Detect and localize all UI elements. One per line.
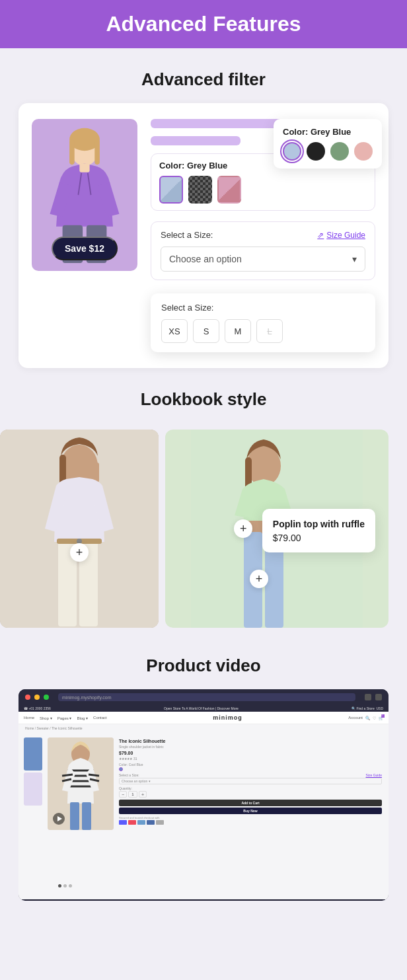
size-btn-s[interactable]: S xyxy=(193,319,219,343)
circle-swatch-black[interactable] xyxy=(307,142,325,161)
size-btn-l[interactable]: L xyxy=(256,319,283,343)
svg-line-31 xyxy=(62,774,73,776)
svg-rect-36 xyxy=(82,802,91,830)
size-label: Select a Size: xyxy=(161,230,213,240)
account-link: Account xyxy=(348,716,363,720)
review-count: 31 xyxy=(133,757,137,761)
size-dropdown[interactable]: Choose an option ▾ xyxy=(161,246,365,272)
browser-url-bar: minimog.myshopify.com xyxy=(58,693,355,701)
search-icon-mini: 🔍 xyxy=(365,716,370,720)
pd-color-dot xyxy=(119,767,123,771)
svg-rect-3 xyxy=(94,139,100,165)
size-guide-link[interactable]: ⇗ Size Guide xyxy=(317,231,365,240)
product-details-mini: The Iconic Silhouette Single shoulder ja… xyxy=(118,737,383,894)
pd-desc: Single shoulder jacket in fabric xyxy=(119,745,382,749)
pd-qty-label: Quantity: xyxy=(119,786,382,790)
payment-other xyxy=(156,820,164,825)
product-thumbnails xyxy=(24,737,44,894)
nav-blog: Blog ▾ xyxy=(77,716,88,720)
pd-size-guide: Size Guide xyxy=(366,773,382,777)
pd-size-dropdown[interactable]: Choose an option ▾ xyxy=(119,778,382,784)
browser-dot-green xyxy=(44,695,49,700)
store-currency: 🔍 Find a Store USD xyxy=(352,706,383,710)
swatch-plaid[interactable] xyxy=(188,176,212,204)
product-area: The Iconic Silhouette Single shoulder ja… xyxy=(18,732,388,899)
qty-minus-btn[interactable]: − xyxy=(119,791,127,798)
circle-swatches xyxy=(283,142,373,161)
size-btn-xs[interactable]: XS xyxy=(161,319,188,343)
nav-links: Home Shop ▾ Pages ▾ Blog ▾ Contact xyxy=(24,716,107,720)
swatch-blue[interactable] xyxy=(159,176,183,204)
circle-swatch-blue[interactable] xyxy=(283,142,301,161)
browser-action-1 xyxy=(365,694,371,700)
heart-icon-mini: ♡ xyxy=(373,716,376,720)
browser-dot-red xyxy=(25,695,30,700)
lookbook-plus-right[interactable]: + xyxy=(234,519,252,538)
circle-swatch-green[interactable] xyxy=(330,142,349,161)
nav-home: Home xyxy=(24,716,34,720)
browser-bar: minimog.myshopify.com xyxy=(18,689,388,705)
color-swatches xyxy=(159,176,367,204)
browser-actions xyxy=(365,694,382,700)
section-title-lookbook: Lookbook style xyxy=(0,389,407,410)
lookbook-plus-right-2[interactable]: + xyxy=(250,570,268,588)
section-title-video: Product video xyxy=(0,656,407,676)
url-text: minimog.myshopify.com xyxy=(62,695,112,700)
store-tagline: Open Store To A World Of Fashion | Disco… xyxy=(164,706,239,710)
breadcrumb: Home / Sweater / The Iconic Silhouette xyxy=(18,724,388,732)
qty-value: 1 xyxy=(128,791,137,798)
pd-price: $79.00 xyxy=(119,751,382,755)
model-left-svg xyxy=(0,430,159,628)
tooltip-product-price: $79.00 xyxy=(273,533,365,543)
store-banner: ☎ +01 2000 2356 Open Store To A World Of… xyxy=(18,705,388,712)
dot-1 xyxy=(58,884,61,887)
video-mockup: minimog.myshopify.com ☎ +01 2000 2356 Op… xyxy=(18,689,388,901)
save-badge[interactable]: Save $12 xyxy=(52,237,118,260)
thumb-1 xyxy=(24,737,42,771)
size-buttons: XS S M L xyxy=(161,319,365,343)
svg-line-33 xyxy=(89,774,99,776)
svg-rect-35 xyxy=(70,802,79,830)
advanced-filter-section: Advanced filter xyxy=(0,69,407,368)
color-picker-overlay: Color: Grey Blue xyxy=(274,119,382,169)
dot-2 xyxy=(63,884,67,887)
link-icon: ⇗ xyxy=(317,231,324,240)
size-selector-overlay: Select a Size: XS S M L xyxy=(151,293,375,352)
chevron-down-icon: ▾ xyxy=(352,254,357,264)
pd-color-label: Color: Cool Blue xyxy=(119,763,382,767)
skeleton-bar-2 xyxy=(151,136,240,145)
payment-pp xyxy=(147,820,155,825)
payment-icons xyxy=(119,820,382,825)
nav-shop: Shop ▾ xyxy=(40,716,52,720)
play-button[interactable] xyxy=(53,813,65,825)
svg-rect-6 xyxy=(79,163,89,172)
lookbook-plus-left[interactable]: + xyxy=(70,543,89,562)
stars: ★★★★★ xyxy=(119,757,132,761)
qty-plus-btn[interactable]: + xyxy=(139,791,147,798)
dots-row xyxy=(58,884,72,887)
swatch-pink[interactable] xyxy=(217,176,241,204)
size-header: Select a Size: ⇗ Size Guide xyxy=(161,230,365,240)
store-phone: ☎ +01 2000 2356 xyxy=(24,706,51,710)
size-btn-m[interactable]: M xyxy=(225,319,251,343)
payment-mc xyxy=(128,820,136,825)
thumb-2 xyxy=(24,773,42,806)
cart-count: 2 xyxy=(381,714,385,718)
add-to-cart-btn[interactable]: Add to Cart xyxy=(119,800,382,806)
lookbook-item-right: + + Poplin top with ruffle $79.00 xyxy=(165,430,388,628)
payment-amex xyxy=(137,820,145,825)
product-image-wrapper: Save $12 xyxy=(32,119,137,271)
pd-title: The Iconic Silhouette xyxy=(119,739,382,743)
header: Advanced Features xyxy=(0,0,407,48)
size-selector-title: Select a Size: xyxy=(161,303,365,313)
site-logo: minimog xyxy=(213,714,242,721)
size-dropdown-placeholder: Choose an option xyxy=(169,254,242,264)
dot-3 xyxy=(69,884,72,887)
product-tooltip: Poplin top with ruffle $79.00 xyxy=(262,509,375,552)
browser-action-2 xyxy=(375,694,382,700)
circle-swatch-pink[interactable] xyxy=(354,142,373,161)
product-video-section: Product video minimog.myshopify.com ☎ +0… xyxy=(0,656,407,901)
overlay-color-label: Color: Grey Blue xyxy=(283,127,373,137)
main-product-image xyxy=(48,737,114,830)
buy-now-btn[interactable]: Buy Now xyxy=(119,808,382,814)
